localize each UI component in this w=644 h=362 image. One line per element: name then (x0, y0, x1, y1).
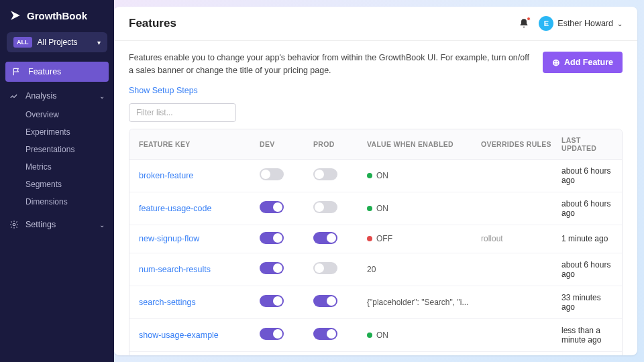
status-dot-icon (367, 333, 372, 338)
notification-dot (527, 17, 531, 21)
updated-cell: about 6 hours ago (561, 260, 612, 279)
nav-sub-overview[interactable]: Overview (0, 106, 114, 123)
table-header: FEATURE KEY DEV PROD VALUE WHEN ENABLED … (129, 129, 622, 160)
updated-cell: about 6 hours ago (561, 199, 612, 218)
nav-sub-presentations[interactable]: Presentations (0, 141, 114, 158)
avatar: E (539, 16, 553, 31)
table-row: signup-button-color"#f06893"experiment25… (129, 352, 622, 356)
chevron-down-icon: ⌄ (617, 20, 623, 27)
value-cell: OFF (367, 234, 481, 243)
col-updated: LAST UPDATED (561, 136, 612, 152)
chevron-down-icon: ⌄ (99, 221, 105, 229)
col-overrides: OVERRIDES RULES (481, 140, 561, 148)
feature-key-link[interactable]: search-settings (139, 298, 260, 307)
dev-toggle[interactable] (260, 295, 284, 307)
value-text: OFF (376, 234, 392, 243)
value-text: ON (376, 171, 388, 180)
add-feature-button[interactable]: ⊕ Add Feature (543, 52, 623, 73)
dev-toggle[interactable] (260, 232, 284, 244)
svg-point-0 (13, 223, 15, 226)
table-row: new-signup-flowOFFrollout1 minute ago (129, 225, 622, 253)
table-row: num-search-results20about 6 hours ago (129, 253, 622, 286)
feature-key-link[interactable]: show-usage-example (139, 330, 260, 340)
nav-sub-dimensions[interactable]: Dimensions (0, 193, 114, 210)
updated-cell: 33 minutes ago (561, 293, 612, 312)
override-cell: rollout (481, 234, 561, 243)
notifications-button[interactable] (519, 18, 529, 29)
col-feature-key: FEATURE KEY (139, 140, 260, 148)
value-cell: ON (367, 171, 481, 180)
nav-sub-experiments[interactable]: Experiments (0, 123, 114, 141)
page-title: Features (129, 17, 176, 30)
updated-cell: less than a minute ago (561, 326, 612, 345)
value-cell: 20 (367, 265, 481, 274)
prod-toggle[interactable] (313, 232, 337, 244)
plus-icon: ⊕ (552, 57, 560, 68)
topbar: Features E Esther Howard ⌄ (114, 7, 637, 41)
updated-cell: about 6 hours ago (561, 166, 612, 185)
value-cell: {"placeholder": "Search", "i... (367, 298, 481, 307)
flag-icon (12, 67, 21, 76)
col-dev: DEV (260, 140, 313, 148)
feature-key-link[interactable]: new-signup-flow (139, 234, 260, 243)
app-name: GrowthBook (27, 10, 87, 21)
status-dot-icon (367, 236, 372, 241)
value-cell: ON (367, 330, 481, 340)
table-row: broken-featureONabout 6 hours ago (129, 160, 622, 192)
dev-toggle[interactable] (260, 201, 284, 213)
gear-icon (9, 220, 19, 229)
nav-settings[interactable]: Settings ⌄ (0, 215, 114, 235)
sidebar: GrowthBook ALL All Projects ▾ Features A… (0, 0, 114, 362)
table-row: feature-usage-codeONabout 6 hours ago (129, 192, 622, 225)
col-prod: PROD (313, 140, 367, 148)
value-cell: ON (367, 204, 481, 213)
table-row: show-usage-exampleONless than a minute a… (129, 319, 622, 352)
prod-toggle[interactable] (313, 168, 337, 180)
all-badge: ALL (13, 37, 32, 48)
project-label: All Projects (38, 38, 78, 47)
status-dot-icon (367, 173, 372, 178)
project-selector[interactable]: ALL All Projects ▾ (7, 32, 107, 52)
logo[interactable]: GrowthBook (0, 9, 114, 32)
features-table: FEATURE KEY DEV PROD VALUE WHEN ENABLED … (129, 129, 623, 356)
updated-cell: 1 minute ago (561, 234, 612, 243)
col-value: VALUE WHEN ENABLED (367, 140, 481, 148)
growthbook-logo-icon (9, 9, 21, 21)
chevron-down-icon: ▾ (97, 39, 101, 46)
value-text: 20 (367, 265, 376, 274)
chart-icon (9, 91, 19, 101)
intro-text: Features enable you to change your app's… (129, 52, 532, 77)
table-row: search-settings{"placeholder": "Search",… (129, 286, 622, 319)
content: Features enable you to change your app's… (114, 41, 637, 355)
filter-input[interactable] (129, 103, 236, 122)
nav-sub-segments[interactable]: Segments (0, 176, 114, 193)
show-setup-steps-link[interactable]: Show Setup Steps (129, 86, 198, 95)
dev-toggle[interactable] (260, 168, 284, 180)
feature-key-link[interactable]: broken-feature (139, 171, 260, 180)
prod-toggle[interactable] (313, 328, 337, 340)
user-name: Esther Howard (557, 19, 613, 28)
main-panel: Features E Esther Howard ⌄ Features enab… (114, 7, 637, 355)
nav-features[interactable]: Features (5, 62, 109, 82)
prod-toggle[interactable] (313, 201, 337, 213)
nav-sub-metrics[interactable]: Metrics (0, 158, 114, 176)
feature-key-link[interactable]: num-search-results (139, 265, 260, 274)
value-text: {"placeholder": "Search", "i... (367, 298, 468, 307)
dev-toggle[interactable] (260, 262, 284, 274)
dev-toggle[interactable] (260, 328, 284, 340)
feature-key-link[interactable]: feature-usage-code (139, 204, 260, 213)
status-dot-icon (367, 206, 372, 211)
prod-toggle[interactable] (313, 262, 337, 274)
value-text: ON (376, 204, 388, 213)
chevron-down-icon: ⌄ (99, 93, 105, 100)
user-menu[interactable]: E Esther Howard ⌄ (539, 16, 623, 31)
nav-analysis[interactable]: Analysis ⌄ (0, 86, 114, 106)
prod-toggle[interactable] (313, 295, 337, 307)
value-text: ON (376, 330, 388, 340)
